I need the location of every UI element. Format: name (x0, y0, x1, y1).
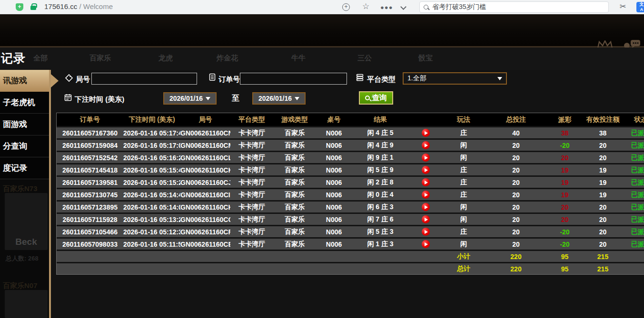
cell-replay (409, 203, 442, 212)
round-number-input[interactable] (91, 73, 197, 85)
order-number-label: 订单号 (218, 75, 240, 84)
ssl-lock-icon[interactable] (30, 6, 36, 10)
sidebar: 讯游戏子老虎机面游戏分查询度记录 百家乐N73 Beck 总人数: 268 百家… (0, 70, 51, 318)
cell-platform: 卡卡湾厅 (230, 178, 273, 187)
replay-play-icon[interactable] (422, 240, 430, 248)
calendar-icon (64, 93, 72, 102)
cell-platform: 卡卡湾厅 (230, 228, 273, 236)
replay-play-icon[interactable] (422, 166, 430, 174)
cell-bet-time: 2026-01-16 05:14:06 (123, 203, 180, 211)
cell-status: 已派彩 (623, 178, 644, 187)
cell-result: 闲 6 庄 3 (352, 203, 409, 212)
query-button-label: 查询 (372, 93, 387, 103)
replay-play-icon[interactable] (422, 203, 430, 211)
table-row: 2601160571454182026-01-16 05:15:49GN0062… (57, 163, 644, 175)
browser-search-box[interactable]: 省考打破35岁门槛 (419, 1, 609, 13)
ghost-tab[interactable]: 骰宝 (418, 54, 433, 63)
cell-order-number: 260116057130745 (57, 191, 123, 199)
cell-valid-bet: 20 (583, 203, 623, 211)
cell-replay (409, 166, 442, 174)
chevron-down-icon[interactable] (400, 4, 406, 10)
to-label: 至 (232, 94, 239, 104)
adblock-shield-icon[interactable]: + (16, 3, 23, 11)
query-button[interactable]: 查询 (359, 91, 393, 105)
column-header: 桌号 (316, 116, 352, 124)
cell-total-bet: 20 (485, 191, 547, 199)
cell-replay (409, 215, 442, 224)
cell-table-number: N006 (316, 216, 352, 223)
cell-bet-side: 闲 (442, 215, 485, 224)
url-text[interactable]: 175616.cc / Welcome (44, 2, 113, 10)
replay-play-icon[interactable] (422, 129, 430, 137)
favorite-star-icon[interactable]: ☆ (362, 2, 369, 11)
cell-replay (409, 141, 442, 150)
cell-valid-bet: 38 (583, 129, 623, 137)
table-row: 2601160571395812026-01-16 05:15:24GN0062… (57, 175, 644, 188)
replay-play-icon[interactable] (422, 154, 430, 162)
subtotal-row-label: 小计 (442, 252, 485, 261)
ghost-players-count: 总人数: 268 (6, 254, 39, 263)
circled-plus-icon[interactable]: + (342, 3, 350, 11)
cell-table-number: N006 (316, 191, 352, 199)
title-bar: 记录 全部百家乐龙虎炸金花牛牛三公骰宝 (0, 48, 644, 70)
ghost-tab[interactable]: 炸金花 (217, 54, 238, 63)
cell-bet-time: 2026-01-16 05:16:25 (123, 154, 180, 162)
cell-total-bet: 20 (485, 166, 547, 174)
cell-order-number: 260116057105466 (57, 228, 123, 236)
ghost-tab[interactable]: 全部 (33, 54, 48, 63)
more-menu-icon[interactable]: ●●● (380, 3, 393, 12)
date-from-value: 2026/01/16 (169, 95, 203, 102)
cell-valid-bet: 20 (583, 228, 623, 236)
replay-play-icon[interactable] (422, 141, 430, 149)
cell-payout: -20 (547, 228, 583, 236)
sidebar-item[interactable]: 分查询 (0, 135, 49, 157)
cell-round-number: GN006261160CH (180, 203, 230, 211)
cell-round-number: GN006261160CI (180, 191, 230, 199)
subtotal-row-valid-bet: 215 (583, 253, 623, 260)
cell-payout: 20 (547, 216, 583, 223)
ghost-tab[interactable]: 龙虎 (159, 54, 173, 63)
date-from-select[interactable]: 2026/01/16 (163, 92, 217, 105)
screenshot-scissors-icon[interactable]: ✂ (620, 2, 626, 11)
search-icon (424, 5, 428, 10)
total-row: 总计22095215 (57, 262, 644, 274)
cell-game-type: 百家乐 (273, 178, 316, 187)
column-header: 总投注 (485, 116, 547, 124)
platform-type-select[interactable]: 1.全部 (403, 72, 507, 85)
order-number-input[interactable] (240, 73, 347, 85)
cell-valid-bet: 19 (583, 179, 623, 186)
sidebar-item[interactable]: 讯游戏 (0, 70, 49, 92)
cell-payout: -20 (547, 241, 583, 248)
cell-payout: 20 (547, 203, 583, 211)
replay-play-icon[interactable] (422, 228, 430, 236)
cell-total-bet: 20 (485, 216, 547, 223)
cell-result: 闲 1 庄 3 (352, 240, 409, 249)
cell-table-number: N006 (316, 241, 352, 248)
cell-valid-bet: 20 (583, 241, 623, 248)
ghost-dealer1-photo: Beck (5, 193, 48, 250)
ghost-tab[interactable]: 三公 (357, 54, 372, 63)
cell-payout: 38 (547, 129, 583, 137)
table-row: 2601160571159282026-01-16 05:13:26GN0062… (57, 212, 644, 225)
ghost-tab[interactable]: 百家乐 (89, 54, 111, 63)
cell-bet-side: 闲 (442, 141, 485, 150)
cell-total-bet: 20 (485, 228, 547, 236)
replay-play-icon[interactable] (422, 215, 430, 223)
translate-char-1: 文 (640, 2, 644, 7)
sidebar-item[interactable]: 度记录 (0, 157, 49, 179)
translate-icon[interactable]: 文A (636, 2, 644, 12)
cell-bet-side: 闲 (442, 154, 485, 162)
ghost-dealer2-photo (5, 290, 48, 318)
replay-play-icon[interactable] (422, 191, 430, 199)
date-to-select[interactable]: 2026/01/16 (252, 92, 306, 105)
cell-result: 闲 9 庄 1 (352, 154, 409, 162)
url-separator: / (77, 2, 83, 10)
replay-play-icon[interactable] (422, 178, 430, 186)
ghost-tab[interactable]: 牛牛 (291, 54, 306, 63)
sidebar-item[interactable]: 子老虎机 (0, 92, 49, 114)
table-header-row: 订单号下注时间 (美东)局号平台类型游戏类型桌号结果玩法总投注派彩有效投注额状态 (57, 113, 644, 126)
sidebar-item[interactable]: 面游戏 (0, 114, 49, 135)
cell-bet-time: 2026-01-16 05:17:01 (123, 142, 180, 149)
cell-replay (409, 228, 442, 236)
total-row-payout: 95 (547, 265, 583, 273)
